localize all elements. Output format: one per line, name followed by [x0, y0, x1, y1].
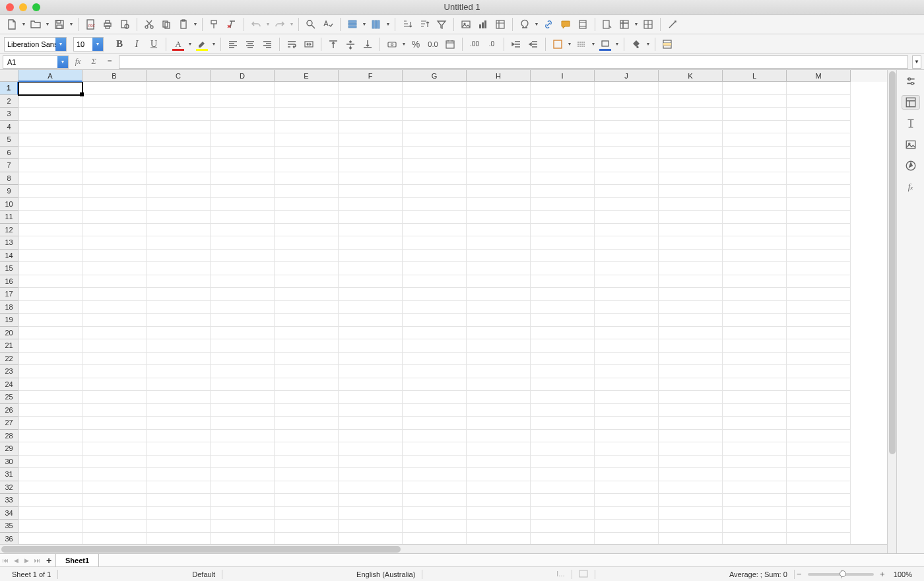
cell[interactable]	[403, 82, 467, 95]
cell[interactable]	[211, 468, 275, 481]
cell[interactable]	[275, 236, 339, 250]
cell[interactable]	[467, 236, 531, 250]
add-decimal-button[interactable]: .00	[467, 36, 482, 52]
font-color-dropdown[interactable]: ▼	[187, 42, 193, 46]
cell[interactable]	[787, 147, 851, 160]
cell[interactable]	[595, 288, 659, 301]
status-insert-mode[interactable]: I…	[550, 570, 572, 578]
cell[interactable]	[275, 314, 339, 327]
cell[interactable]	[147, 108, 211, 121]
cell[interactable]	[659, 262, 723, 275]
cell[interactable]	[403, 365, 467, 378]
cell[interactable]	[211, 533, 275, 545]
cell[interactable]	[787, 481, 851, 495]
print-button[interactable]	[100, 17, 116, 32]
cell[interactable]	[659, 121, 723, 134]
sidebar-gallery-button[interactable]	[902, 137, 920, 152]
cell[interactable]	[723, 353, 787, 366]
cell[interactable]	[467, 250, 531, 263]
sidebar-settings-button[interactable]	[902, 74, 920, 88]
cell[interactable]	[211, 133, 275, 147]
cell[interactable]	[659, 159, 723, 172]
cell[interactable]	[595, 378, 659, 392]
cell[interactable]	[339, 133, 403, 147]
cell[interactable]	[595, 365, 659, 378]
cell[interactable]	[275, 108, 339, 121]
name-box[interactable]: A1 ▾	[3, 55, 69, 69]
cell[interactable]	[147, 365, 211, 378]
cell[interactable]	[211, 507, 275, 520]
cell[interactable]	[723, 494, 787, 507]
undo-dropdown[interactable]: ▼	[265, 22, 271, 26]
cell[interactable]	[339, 159, 403, 172]
cell[interactable]	[18, 533, 82, 545]
cell[interactable]	[723, 507, 787, 520]
cell[interactable]	[467, 262, 531, 275]
row-header[interactable]: 28	[0, 430, 18, 443]
cell[interactable]	[595, 224, 659, 237]
cell[interactable]	[467, 314, 531, 327]
sidebar-styles-button[interactable]	[902, 116, 920, 131]
row-header[interactable]: 12	[0, 224, 18, 237]
cell[interactable]	[723, 133, 787, 147]
cell[interactable]	[339, 198, 403, 211]
align-bottom-button[interactable]	[360, 36, 376, 52]
cell[interactable]	[339, 262, 403, 275]
cell[interactable]	[595, 108, 659, 121]
cell[interactable]	[787, 456, 851, 469]
cell[interactable]	[275, 147, 339, 160]
cell[interactable]	[339, 275, 403, 289]
cell[interactable]	[147, 82, 211, 95]
cell[interactable]	[339, 353, 403, 366]
cell[interactable]	[275, 417, 339, 430]
cell[interactable]	[275, 456, 339, 469]
row-header[interactable]: 3	[0, 108, 18, 121]
grid-body[interactable]: 1234567891011121314151617181920212223242…	[0, 82, 887, 544]
row-header[interactable]: 24	[0, 378, 18, 392]
cell[interactable]	[787, 520, 851, 533]
cell[interactable]	[147, 378, 211, 392]
cell[interactable]	[147, 172, 211, 186]
row-header[interactable]: 32	[0, 481, 18, 495]
cell[interactable]	[147, 95, 211, 108]
row-header[interactable]: 20	[0, 327, 18, 340]
font-size-select[interactable]: 10 ▾	[73, 37, 104, 51]
cell[interactable]	[659, 198, 723, 211]
cell[interactable]	[275, 404, 339, 417]
cell[interactable]	[595, 494, 659, 507]
cell[interactable]	[787, 108, 851, 121]
sidebar-properties-button[interactable]	[902, 95, 920, 110]
cell[interactable]	[147, 430, 211, 443]
cell[interactable]	[467, 147, 531, 160]
insert-image-button[interactable]	[458, 17, 474, 32]
cell[interactable]	[403, 224, 467, 237]
cell[interactable]	[467, 301, 531, 314]
cell[interactable]	[595, 250, 659, 263]
row-header[interactable]: 25	[0, 391, 18, 404]
cell[interactable]	[403, 198, 467, 211]
cell[interactable]	[659, 339, 723, 353]
cell[interactable]	[211, 339, 275, 353]
cell[interactable]	[531, 353, 595, 366]
cell[interactable]	[403, 147, 467, 160]
align-right-button[interactable]	[259, 36, 275, 52]
row-header[interactable]: 9	[0, 185, 18, 198]
column-button[interactable]	[368, 17, 384, 32]
cell[interactable]	[467, 224, 531, 237]
cell[interactable]	[659, 481, 723, 495]
cell[interactable]	[18, 391, 82, 404]
cell[interactable]	[723, 404, 787, 417]
cell[interactable]	[531, 494, 595, 507]
cell[interactable]	[275, 391, 339, 404]
cell[interactable]	[339, 172, 403, 186]
cell[interactable]	[82, 339, 147, 353]
cell[interactable]	[403, 456, 467, 469]
cell[interactable]	[339, 442, 403, 456]
comment-button[interactable]	[558, 17, 574, 32]
highlight-color-dropdown[interactable]: ▼	[211, 42, 216, 46]
cell[interactable]	[82, 133, 147, 147]
cell[interactable]	[531, 520, 595, 533]
select-all-corner[interactable]	[0, 70, 18, 82]
row-header[interactable]: 11	[0, 211, 18, 224]
cell[interactable]	[467, 288, 531, 301]
